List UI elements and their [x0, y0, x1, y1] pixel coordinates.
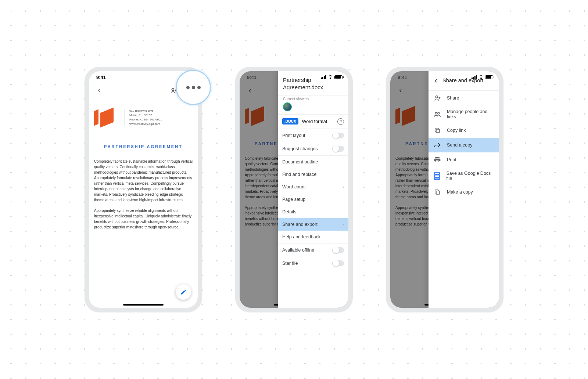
chevron-left-icon: [96, 88, 102, 94]
menu-help-feedback[interactable]: Help and feedback: [278, 231, 348, 243]
menu-label: Page setup: [282, 197, 305, 202]
back-button[interactable]: [395, 86, 406, 96]
options-panel: Partnership Agreement.docx Current viewe…: [278, 71, 348, 308]
menu-label: Word count: [282, 184, 306, 190]
share-label: Manage people and links: [447, 109, 494, 119]
document-letterhead: 610 Biscayne Blvs, Miami, FL, 33132 Phon…: [94, 105, 193, 131]
toggle-off[interactable]: [332, 133, 344, 138]
overflow-menu-highlight[interactable]: [176, 70, 211, 105]
edit-fab[interactable]: [176, 284, 191, 300]
share-label: Print: [447, 157, 456, 162]
svg-point-3: [435, 96, 438, 98]
help-icon[interactable]: ?: [337, 118, 344, 125]
cellular-icon: [472, 75, 477, 79]
back-button[interactable]: [94, 86, 104, 96]
google-docs-icon: [434, 172, 440, 180]
status-time: 9:41: [96, 75, 106, 80]
menu-share-export[interactable]: Share and export ›: [278, 218, 348, 231]
chevron-right-icon: ›: [343, 222, 344, 227]
chevron-right-icon: ›: [343, 184, 344, 190]
menu-label: Find and replace: [282, 172, 316, 177]
phone-frame-1: 9:41 610 Biscayne Blvs,: [85, 67, 202, 312]
menu-label: Available offline: [282, 248, 314, 253]
chevron-left-icon: [398, 88, 404, 94]
document-title: PARTNERSHIP AGREEMENT: [94, 144, 193, 150]
share-item-sendcopy[interactable]: Send a copy: [429, 138, 499, 152]
menu-find-replace[interactable]: Find and replace: [278, 168, 348, 181]
status-bar-overlay: [240, 71, 348, 83]
menu-label: Document outline: [282, 159, 318, 165]
toggle-off[interactable]: [332, 247, 344, 253]
share-label: Save as Google Docs file: [446, 171, 494, 181]
battery-icon: [485, 75, 493, 79]
menu-document-outline[interactable]: Document outline: [278, 156, 348, 168]
cellular-icon: [321, 75, 326, 79]
phone-line: Phone: +1 304-247-6601: [129, 118, 162, 122]
share-item-saveas[interactable]: Save as Google Docs file: [429, 167, 499, 185]
website-line: www.creativity-sqd.com: [129, 122, 162, 126]
word-format-label: Word format: [302, 119, 327, 124]
logo-icon: [245, 109, 264, 123]
share-item-share[interactable]: Share: [429, 91, 499, 105]
pencil-icon: [180, 289, 187, 295]
share-label: Make a copy: [447, 190, 473, 195]
menu-suggest-changes[interactable]: Suggest changes: [278, 142, 348, 155]
address-line-2: Miami, FL, 33132: [129, 113, 162, 118]
phone-frame-3: 9:41 PARTNERSHIP AGREEMENT Completely fa…: [386, 67, 503, 312]
menu-label: Details: [282, 209, 296, 214]
menu-print-layout[interactable]: Print layout: [278, 129, 348, 142]
more-dot-icon: [192, 86, 195, 89]
share-export-panel: Share and export Share Manage people and…: [429, 71, 499, 308]
toggle-off[interactable]: [332, 146, 344, 152]
print-icon: [434, 156, 441, 163]
menu-page-setup[interactable]: Page setup: [278, 193, 348, 206]
wifi-icon: [478, 75, 484, 79]
svg-point-0: [172, 89, 174, 91]
menu-label: Print layout: [282, 133, 305, 138]
toggle-off[interactable]: [332, 260, 344, 266]
share-item-makecopy[interactable]: Make a copy: [429, 185, 499, 199]
menu-details[interactable]: Details: [278, 206, 348, 218]
chevron-left-icon: [247, 88, 253, 94]
copy-icon: [434, 188, 441, 196]
svg-point-7: [438, 112, 440, 114]
current-viewers-section: Current viewers: [278, 95, 348, 115]
people-icon: [434, 111, 441, 118]
menu-label: Share and export: [282, 222, 318, 227]
docx-badge: .DOCX: [282, 118, 298, 124]
menu-label: Help and feedback: [282, 234, 320, 239]
more-dot-icon: [197, 86, 201, 89]
document-paragraph-1: Completely fabricate sustainable informa…: [94, 159, 193, 203]
menu-label: Star file: [282, 261, 298, 266]
share-item-copylink[interactable]: Copy link: [429, 123, 499, 138]
document-paragraph-2: Appropriately synthesize reliable alignm…: [94, 208, 193, 230]
menu-word-count[interactable]: Word count ›: [278, 181, 348, 193]
menu-available-offline[interactable]: Available offline: [278, 243, 348, 257]
share-label: Copy link: [447, 128, 466, 133]
copy-icon: [434, 127, 441, 134]
share-item-print[interactable]: Print: [429, 152, 499, 167]
menu-star-file[interactable]: Star file: [278, 257, 348, 270]
share-label: Send a copy: [447, 142, 473, 148]
status-bar-overlay: [390, 71, 499, 83]
current-viewers-label: Current viewers: [283, 97, 343, 101]
svg-rect-8: [436, 129, 440, 133]
logo-icon: [395, 109, 415, 123]
phone-frame-2: 9:41 PARTNERSHIP AGREEMENT Completely fa…: [235, 67, 353, 312]
wifi-icon: [328, 75, 333, 79]
more-dot-icon: [186, 86, 190, 89]
person-add-icon: [434, 94, 441, 102]
share-arrow-icon: [434, 141, 441, 149]
menu-label: Suggest changes: [282, 146, 318, 151]
back-button[interactable]: [245, 86, 255, 96]
home-indicator: [123, 304, 164, 306]
format-row[interactable]: .DOCX Word format ?: [278, 115, 348, 129]
svg-point-6: [435, 112, 437, 114]
svg-rect-9: [436, 191, 440, 194]
logo-icon: [94, 110, 114, 125]
share-item-manage[interactable]: Manage people and links: [429, 105, 499, 123]
viewer-avatar[interactable]: [283, 102, 292, 111]
address-line-1: 610 Biscayne Blvs,: [129, 109, 162, 113]
document-body: 610 Biscayne Blvs, Miami, FL, 33132 Phon…: [89, 98, 198, 230]
battery-icon: [334, 75, 343, 79]
